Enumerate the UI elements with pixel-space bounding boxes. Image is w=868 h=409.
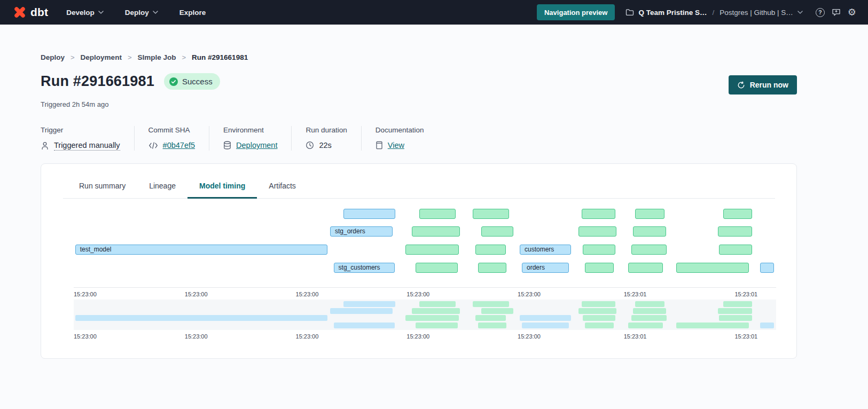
help-glyph: ? [816, 8, 825, 17]
gantt-bar-customers[interactable]: customers [520, 245, 571, 255]
meta-value-documentation[interactable]: View [388, 141, 404, 150]
gantt-bar[interactable] [478, 263, 506, 273]
breadcrumb-item-deploy[interactable]: Deploy [41, 53, 65, 61]
gantt-bar[interactable] [583, 245, 615, 255]
minimap-bar [760, 323, 774, 328]
meta-label: Trigger [41, 126, 120, 134]
gantt-bar[interactable] [419, 209, 456, 219]
tab-lineage[interactable]: Lineage [137, 175, 187, 198]
gantt-bar[interactable] [631, 245, 667, 255]
settings-gear-icon[interactable]: ⚙ [848, 7, 856, 17]
gantt-bar[interactable] [633, 226, 666, 237]
meta-label: Environment [223, 126, 277, 134]
minimap-bar [330, 308, 393, 314]
axis-tick-label: 15:23:00 [296, 291, 319, 297]
refresh-icon [737, 81, 745, 89]
gantt-bar[interactable] [475, 245, 506, 255]
gantt-bar[interactable] [628, 263, 663, 273]
nav-item-explore[interactable]: Explore [179, 9, 206, 17]
nav-item-label: Explore [179, 9, 206, 17]
help-icon[interactable]: ? [816, 8, 825, 17]
gantt-bar[interactable] [585, 263, 614, 273]
gantt-bar-orders[interactable]: orders [522, 263, 569, 273]
path-separator: / [711, 9, 716, 17]
minimap-bar [633, 308, 666, 314]
project-switcher[interactable]: Q Team Pristine S… / Postgres | Github |… [625, 9, 802, 17]
gantt-bar[interactable] [416, 263, 458, 273]
minimap-bar [478, 323, 506, 328]
minimap-bar [676, 323, 748, 328]
breadcrumb-item-deployment[interactable]: Deployment [81, 53, 122, 61]
meta-label: Documentation [376, 126, 424, 134]
navigation-preview-button[interactable]: Navigation preview [537, 4, 615, 20]
gantt-bar-label: stg_customers [334, 263, 394, 272]
gantt-bar-label: stg_orders [331, 227, 392, 236]
nav-item-develop[interactable]: Develop [66, 9, 104, 17]
dbt-logo[interactable]: dbt [13, 5, 48, 19]
minimap-bar [343, 301, 395, 307]
dbt-logo-label: dbt [30, 6, 48, 19]
gantt-bar[interactable] [719, 245, 752, 255]
axis-tick-label: 15:23:00 [518, 333, 541, 340]
meta-value-row: Triggered manually [41, 141, 120, 151]
gantt-minimap[interactable] [74, 300, 776, 330]
title-left: Run #291661981 Success [41, 73, 220, 90]
meta-value-row: Deployment [223, 141, 277, 150]
meta-label: Commit SHA [148, 126, 195, 134]
header-icons: ? ⚙ [816, 7, 856, 17]
gantt-bar[interactable] [760, 263, 774, 273]
minimap-bar [719, 315, 752, 321]
gantt-bar[interactable] [481, 226, 513, 237]
meta-value-environment[interactable]: Deployment [236, 141, 277, 150]
account-name: Q Team Pristine S… [638, 9, 707, 17]
rerun-now-label: Rerun now [750, 81, 788, 89]
chevron-down-icon [797, 11, 803, 14]
gantt-bar[interactable] [578, 226, 616, 237]
rerun-now-button[interactable]: Rerun now [729, 75, 797, 95]
nav-item-deploy[interactable]: Deploy [125, 9, 158, 17]
axis-tick-label: 15:23:01 [734, 333, 757, 340]
breadcrumb-separator: > [71, 53, 75, 61]
tab-run-summary[interactable]: Run summary [67, 175, 137, 198]
gantt-bar[interactable] [412, 226, 460, 237]
gantt-bar[interactable] [718, 226, 752, 237]
gantt-time-axis: 15:23:0015:23:0015:23:0015:23:0015:23:00… [74, 288, 776, 300]
feedback-icon[interactable] [832, 8, 841, 17]
project-name: Postgres | Github | S… [720, 9, 793, 17]
minimap-bar [585, 323, 614, 328]
minimap-bar [628, 323, 663, 328]
axis-tick-label: 15:23:00 [185, 333, 208, 340]
gantt-bar-test-model[interactable]: test_model [75, 245, 327, 255]
tab-artifacts[interactable]: Artifacts [257, 175, 308, 198]
clock-icon [306, 141, 314, 150]
gantt-bar[interactable] [405, 245, 459, 255]
minimap-bar [475, 315, 506, 321]
minimap-bar [520, 315, 571, 321]
page-content: Deploy>Deployment>SImple Job>Run #291661… [41, 53, 797, 359]
breadcrumb-item-simple-job[interactable]: SImple Job [137, 53, 176, 61]
chevron-down-icon [153, 11, 158, 14]
topbar-left: dbt DevelopDeployExplore [13, 5, 206, 19]
gantt-bar[interactable] [723, 209, 752, 219]
success-check-icon [169, 77, 178, 86]
gantt-bar[interactable] [582, 209, 615, 219]
axis-tick-label: 15:23:00 [406, 333, 429, 340]
gantt-bar[interactable] [635, 209, 664, 219]
meta-value-commit-sha[interactable]: #0b47ef5 [163, 141, 195, 150]
status-badge-label: Success [182, 77, 213, 86]
gantt-bar[interactable] [343, 209, 395, 219]
meta-documentation: DocumentationView [361, 126, 438, 151]
minimap-time-axis: 15:23:0015:23:0015:23:0015:23:0015:23:00… [74, 330, 776, 342]
gantt-bar-stg-customers[interactable]: stg_customers [334, 263, 395, 273]
gantt-bar[interactable] [676, 263, 748, 273]
gantt-bar[interactable] [473, 209, 509, 219]
axis-tick-label: 15:23:01 [624, 291, 647, 297]
meta-value-trigger: Triggered manually [54, 141, 120, 151]
axis-tick-label: 15:23:00 [518, 291, 541, 297]
run-detail-card: Run summaryLineageModel timingArtifacts … [41, 163, 797, 359]
minimap-bar [334, 323, 395, 328]
gantt-bar-stg-orders[interactable]: stg_orders [330, 226, 393, 237]
tab-model-timing[interactable]: Model timing [187, 175, 257, 198]
meta-environment: EnvironmentDeployment [209, 126, 291, 151]
gantt-bar-label: orders [522, 263, 568, 272]
